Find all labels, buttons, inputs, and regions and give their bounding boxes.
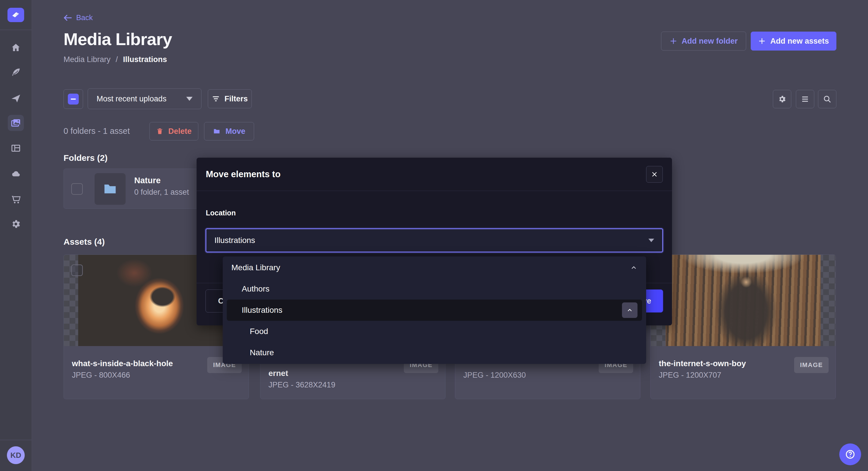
chevron-up-icon [626,307,633,314]
dropdown-item-label: Food [250,327,268,336]
dropdown-item-label: Illustrations [242,306,282,315]
close-icon [651,171,658,178]
dropdown-item-label: Authors [242,284,270,294]
dropdown-item-label: Media Library [231,263,280,272]
modal-title: Move elements to [206,169,281,179]
dropdown-item-illustrations-selected[interactable]: Illustrations [227,300,642,321]
location-dropdown: Media Library Authors Illustrations Food… [223,257,646,364]
dropdown-item-nature[interactable]: Nature [223,342,646,363]
chevron-up-icon[interactable] [630,264,638,273]
media-library-app: KD Back Media Library Media Library / Il… [0,0,868,471]
location-label: Location [206,209,236,217]
modal-header: Move elements to [196,158,672,191]
dropdown-item-media-library[interactable]: Media Library [223,257,646,278]
chevron-down-icon [648,239,654,242]
close-button[interactable] [646,166,663,183]
location-select[interactable]: Illustrations [206,228,663,253]
dropdown-item-authors[interactable]: Authors [223,278,646,300]
location-select-value: Illustrations [214,236,255,245]
dropdown-item-label: Nature [250,348,274,357]
dropdown-item-food[interactable]: Food [223,321,646,342]
collapse-folder-button[interactable] [622,302,638,318]
